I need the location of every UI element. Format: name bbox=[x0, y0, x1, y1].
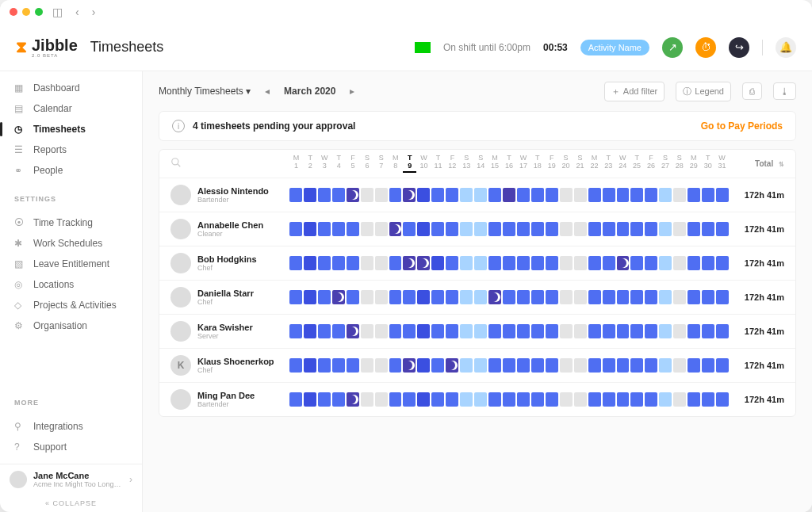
day-cell[interactable] bbox=[673, 188, 686, 202]
day-cell[interactable] bbox=[673, 222, 686, 236]
day-cell[interactable] bbox=[347, 290, 359, 304]
day-cell[interactable] bbox=[375, 358, 388, 373]
day-cell[interactable] bbox=[531, 188, 544, 202]
day-cell[interactable] bbox=[488, 358, 501, 373]
day-cell[interactable] bbox=[560, 392, 573, 407]
day-cell[interactable] bbox=[474, 358, 487, 373]
add-filter-button[interactable]: ＋ Add filter bbox=[604, 82, 665, 101]
day-cell[interactable] bbox=[531, 222, 544, 236]
day-cell[interactable] bbox=[318, 392, 331, 407]
timesheet-row[interactable]: Bob HodgkinsChef172h 41m bbox=[159, 246, 795, 280]
day-header[interactable]: T25 bbox=[630, 155, 644, 173]
day-cell[interactable] bbox=[347, 358, 359, 373]
day-cell[interactable] bbox=[630, 392, 643, 407]
view-dropdown[interactable]: Monthly Timesheets ▾ bbox=[159, 86, 251, 97]
day-cell[interactable] bbox=[702, 222, 714, 236]
day-cell[interactable] bbox=[403, 358, 416, 373]
day-header[interactable]: S13 bbox=[460, 155, 473, 173]
day-cell[interactable] bbox=[531, 290, 544, 304]
day-cell[interactable] bbox=[403, 256, 416, 270]
day-cell[interactable] bbox=[431, 324, 444, 338]
day-cell[interactable] bbox=[474, 256, 487, 270]
day-cell[interactable] bbox=[688, 188, 700, 202]
day-cell[interactable] bbox=[446, 256, 458, 270]
day-cell[interactable] bbox=[702, 256, 714, 270]
day-cell[interactable] bbox=[546, 392, 558, 407]
day-header[interactable]: W31 bbox=[715, 155, 729, 173]
day-cell[interactable] bbox=[389, 358, 402, 373]
day-cell[interactable] bbox=[617, 324, 630, 338]
day-cell[interactable] bbox=[403, 188, 416, 202]
day-cell[interactable] bbox=[503, 290, 515, 304]
sidebar-item-timesheets[interactable]: ◷Timesheets bbox=[0, 119, 142, 139]
day-cell[interactable] bbox=[531, 392, 544, 407]
day-cell[interactable] bbox=[702, 290, 714, 304]
day-cell[interactable] bbox=[361, 256, 373, 270]
day-cell[interactable] bbox=[716, 290, 729, 304]
day-cell[interactable] bbox=[389, 188, 402, 202]
day-cell[interactable] bbox=[488, 188, 501, 202]
day-cell[interactable] bbox=[460, 392, 473, 407]
day-cell[interactable] bbox=[488, 290, 501, 304]
day-cell[interactable] bbox=[332, 256, 345, 270]
prev-period-button[interactable]: ◂ bbox=[262, 86, 273, 97]
day-header[interactable]: F5 bbox=[347, 155, 360, 173]
sidebar-item-reports[interactable]: ☰Reports bbox=[0, 139, 142, 160]
day-cell[interactable] bbox=[574, 324, 587, 338]
day-cell[interactable] bbox=[645, 256, 657, 270]
day-cell[interactable] bbox=[645, 358, 657, 373]
day-cell[interactable] bbox=[603, 324, 615, 338]
day-cell[interactable] bbox=[630, 358, 643, 373]
day-cell[interactable] bbox=[304, 256, 316, 270]
day-cell[interactable] bbox=[560, 358, 573, 373]
legend-button[interactable]: ⓘ Legend bbox=[676, 82, 731, 101]
day-cell[interactable] bbox=[688, 358, 700, 373]
day-cell[interactable] bbox=[645, 188, 657, 202]
day-cell[interactable] bbox=[503, 392, 515, 407]
day-header[interactable]: T4 bbox=[332, 155, 346, 173]
day-cell[interactable] bbox=[431, 392, 444, 407]
activity-name-pill[interactable]: Activity Name bbox=[580, 40, 649, 55]
day-cell[interactable] bbox=[603, 290, 615, 304]
day-cell[interactable] bbox=[460, 290, 473, 304]
print-button[interactable]: ⎙ bbox=[742, 82, 762, 100]
day-cell[interactable] bbox=[517, 256, 530, 270]
day-cell[interactable] bbox=[318, 256, 331, 270]
day-cell[interactable] bbox=[460, 324, 473, 338]
sidebar-item-calendar[interactable]: ▤Calendar bbox=[0, 98, 142, 119]
day-cell[interactable] bbox=[417, 392, 430, 407]
day-header[interactable]: F26 bbox=[645, 155, 658, 173]
day-cell[interactable] bbox=[460, 256, 473, 270]
day-cell[interactable] bbox=[474, 222, 487, 236]
day-cell[interactable] bbox=[546, 324, 558, 338]
day-cell[interactable] bbox=[716, 256, 729, 270]
header-action-1[interactable]: ↗ bbox=[662, 37, 683, 58]
day-header[interactable]: T23 bbox=[602, 155, 615, 173]
day-cell[interactable] bbox=[375, 222, 388, 236]
day-cell[interactable] bbox=[446, 324, 458, 338]
day-cell[interactable] bbox=[546, 188, 558, 202]
day-header[interactable]: S28 bbox=[672, 155, 686, 173]
day-cell[interactable] bbox=[673, 392, 686, 407]
day-cell[interactable] bbox=[488, 392, 501, 407]
day-cell[interactable] bbox=[588, 324, 601, 338]
day-cell[interactable] bbox=[503, 256, 515, 270]
day-cell[interactable] bbox=[659, 392, 672, 407]
day-cell[interactable] bbox=[446, 392, 458, 407]
day-cell[interactable] bbox=[474, 188, 487, 202]
day-header[interactable]: S21 bbox=[573, 155, 587, 173]
day-cell[interactable] bbox=[630, 188, 643, 202]
day-cell[interactable] bbox=[603, 222, 615, 236]
day-cell[interactable] bbox=[617, 290, 630, 304]
day-cell[interactable] bbox=[417, 324, 430, 338]
day-cell[interactable] bbox=[503, 222, 515, 236]
day-header[interactable]: T9 bbox=[403, 155, 416, 173]
day-cell[interactable] bbox=[645, 392, 657, 407]
day-cell[interactable] bbox=[446, 188, 458, 202]
day-cell[interactable] bbox=[417, 222, 430, 236]
day-cell[interactable] bbox=[546, 256, 558, 270]
day-cell[interactable] bbox=[289, 324, 302, 338]
day-cell[interactable] bbox=[702, 358, 714, 373]
day-cell[interactable] bbox=[304, 188, 316, 202]
day-cell[interactable] bbox=[560, 256, 573, 270]
